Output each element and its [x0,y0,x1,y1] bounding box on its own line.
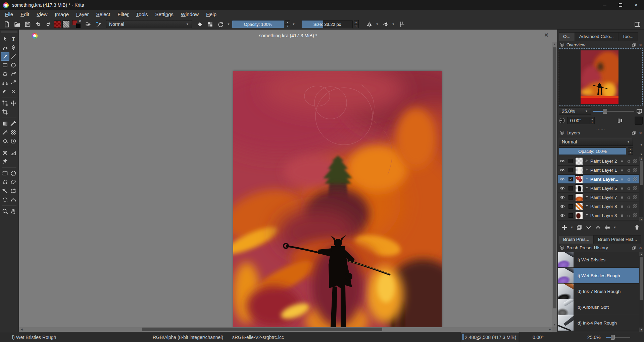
mirror-vertical-button[interactable] [381,20,390,29]
move-layer-up-button[interactable] [594,223,602,232]
layer-lock-icon[interactable] [619,177,625,181]
docker-tab[interactable]: Too... [618,32,638,41]
tool-polygon-button[interactable] [1,70,9,78]
layer-checkbox[interactable] [568,168,573,172]
overview-zoom-combo[interactable]: 25.0% ▼ [559,108,591,115]
menu-window[interactable]: Window [177,10,202,19]
slider-handle[interactable] [603,109,607,114]
duplicate-layer-button[interactable] [575,223,584,232]
menu-view[interactable]: View [33,10,51,19]
opacity-spinner[interactable]: ▲▼ [285,20,290,28]
brush-preset-item[interactable]: b) Airbrush Soft [558,299,643,315]
tool-freehand-selection-button[interactable] [9,178,18,186]
layer-alpha-checker-icon[interactable] [633,204,638,208]
float-docker-icon[interactable] [631,245,636,250]
tool-line-button[interactable] [9,52,18,61]
layer-checkbox[interactable] [568,159,573,163]
workspace-chooser-button[interactable] [633,20,642,29]
close-docker-icon[interactable]: × [639,42,642,48]
layer-visibility-icon[interactable] [559,158,566,164]
tool-color-sampler-button[interactable] [9,119,18,128]
brush-preset-item[interactable]: i) Wet Bristles [558,252,643,268]
layer-opacity-slider[interactable]: Opacity: 100% [559,147,626,155]
brush-preset-item[interactable]: d) Ink-4 Pen Rough [558,315,643,331]
overview-thumbnail[interactable] [581,50,618,104]
layer-checkbox[interactable] [568,213,573,218]
minimize-button[interactable] [597,0,612,10]
open-document-button[interactable] [12,20,22,29]
canvas-vertical-scrollbar[interactable]: ▲ ▼ [552,42,557,327]
tool-edit-shapes-button[interactable] [1,43,9,52]
move-layer-down-button[interactable] [584,223,593,232]
opacity-slider[interactable]: Opacity: 100% [232,20,284,28]
lock-docker-icon[interactable] [559,42,564,47]
tool-fill-button[interactable] [1,137,9,145]
foreground-background-colors[interactable]: ⇄ [72,20,81,28]
layer-checkbox[interactable]: ✓ [568,177,573,181]
delete-layer-button[interactable] [633,223,641,232]
layer-name[interactable]: Paint Layer 3 [590,213,618,218]
layer-alpha-icon[interactable]: α [626,186,631,191]
brush-preset-item[interactable]: i) Wet Bristles Rough [558,268,643,284]
layer-lock-icon[interactable] [619,168,625,172]
layer-alpha-icon[interactable]: α [626,204,631,209]
mirror-horizontal-button[interactable] [364,20,374,29]
layer-alpha-checker-icon[interactable] [633,168,638,172]
tool-freehand-path-button[interactable] [9,78,18,87]
tool-similar-color-selection-button[interactable] [1,186,9,195]
menu-select[interactable]: Select [93,10,114,19]
wrap-around-mode-button[interactable] [397,20,406,29]
menu-tools[interactable]: Tools [133,10,152,19]
layer-name[interactable]: Paint Layer 8 [590,204,618,209]
layer-filter-button[interactable]: ▼ [635,138,643,146]
layer-lock-icon[interactable] [619,195,625,200]
tool-enclose-and-fill-button[interactable] [9,137,18,145]
panel-splitter[interactable] [557,126,644,128]
chevron-down-icon[interactable]: ▼ [375,23,380,26]
layer-row[interactable]: Paint Layer 1 α [558,166,643,175]
overview-viewport[interactable] [559,48,643,105]
tool-colorize-mask-button[interactable] [1,128,9,137]
tool-text-button[interactable]: T [9,35,18,43]
overview-zoom-slider[interactable] [593,108,634,115]
vertical-scroll-thumb[interactable] [553,47,556,308]
layer-row[interactable]: Paint Layer 2 α [558,157,643,166]
brush-docker-tab[interactable]: Brush Pres... [559,235,594,244]
layer-name[interactable]: Paint Layer 5 [590,186,618,191]
brush-list-scrollbar[interactable]: ▲ ▼ [639,252,643,332]
tool-dynamic-brush-button[interactable] [1,87,9,96]
layer-alpha-checker-icon[interactable] [633,177,638,181]
chevron-down-icon[interactable]: ▼ [569,226,574,229]
scroll-down-icon[interactable]: ▼ [552,323,557,327]
tool-smart-patch-button[interactable] [9,128,18,137]
layer-alpha-icon[interactable]: α [626,177,631,182]
tool-select-shapes-button[interactable] [1,35,9,43]
layer-alpha-checker-icon[interactable] [633,186,638,190]
layer-checkbox[interactable] [568,204,573,209]
brush-preset-chooser-button[interactable] [83,20,93,29]
chevron-down-icon[interactable]: ▼ [391,23,396,26]
layer-row[interactable]: ✓ Paint Layer... α [558,175,643,184]
layer-alpha-checker-icon[interactable] [633,195,638,199]
tool-gradient-button[interactable] [1,119,9,128]
tool-elliptical-selection-button[interactable] [9,169,18,178]
layer-opacity-spinner[interactable]: ▲▼ [628,147,633,155]
maximize-button[interactable] [612,0,628,10]
image-dimensions[interactable]: 2,480 x 3,508 (417.3 MiB) [461,332,519,342]
tool-rectangle-button[interactable] [1,61,9,70]
layer-visibility-icon[interactable] [559,213,566,218]
new-document-button[interactable] [2,20,11,29]
float-docker-icon[interactable] [631,42,636,47]
tool-reference-images-button[interactable] [1,157,9,166]
layer-name[interactable]: Paint Layer... [590,177,618,182]
layer-alpha-icon[interactable]: α [626,195,631,200]
toolbox-drag-handle[interactable] [1,31,17,33]
status-zoom-slider[interactable] [606,332,630,342]
layer-checkbox[interactable] [568,186,573,190]
brush-docker-tab[interactable]: Brush Preset Hist... [594,235,641,244]
fit-to-view-icon[interactable] [636,108,643,115]
scroll-thumb[interactable] [640,257,643,300]
document-close-icon[interactable]: × [544,31,548,39]
tool-polygonal-selection-button[interactable] [1,178,9,186]
layer-options-button[interactable]: ▼ [635,147,643,155]
